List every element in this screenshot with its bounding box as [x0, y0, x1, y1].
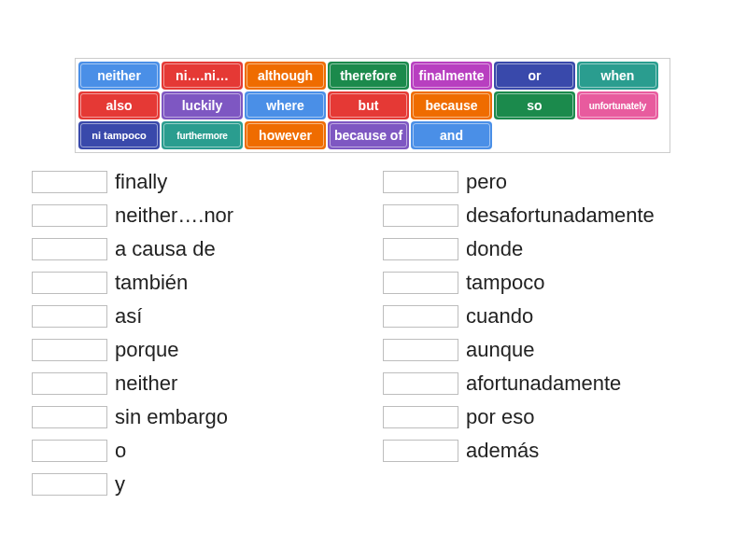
word-tile[interactable]: because	[411, 91, 492, 119]
word-tile[interactable]: also	[78, 91, 160, 119]
answer-row: así	[32, 302, 383, 330]
word-tile[interactable]: or	[494, 62, 575, 90]
drop-slot[interactable]	[383, 406, 458, 428]
answer-row: cuando	[383, 302, 734, 330]
word-tile[interactable]: neither	[78, 62, 160, 90]
word-tile[interactable]: however	[245, 121, 326, 149]
answer-label: porque	[115, 338, 179, 362]
answer-label: desafortunadamente	[466, 203, 655, 228]
answer-row: a causa de	[32, 235, 383, 263]
word-tile[interactable]: when	[577, 62, 658, 90]
answer-row: donde	[383, 235, 734, 263]
drop-slot[interactable]	[32, 272, 107, 294]
answer-label: neither	[115, 371, 177, 396]
answer-label: sin embargo	[115, 405, 228, 429]
word-tile[interactable]: although	[245, 62, 326, 90]
answer-row: neither	[32, 370, 383, 398]
answer-row: y	[32, 470, 383, 498]
answer-label: aunque	[466, 338, 534, 362]
word-tile[interactable]: luckily	[162, 91, 243, 119]
word-tile[interactable]: ni….ni…	[162, 62, 243, 90]
answer-label: donde	[466, 237, 523, 261]
answer-row: tampoco	[383, 269, 734, 297]
drop-slot[interactable]	[32, 305, 107, 328]
answers-column-left: finallyneither….nora causa detambiénasíp…	[32, 168, 383, 498]
drop-slot[interactable]	[383, 440, 458, 462]
drop-slot[interactable]	[383, 171, 458, 193]
drop-slot[interactable]	[32, 473, 107, 496]
word-tile[interactable]: therefore	[328, 62, 409, 90]
answer-row: afortunadamente	[383, 370, 734, 398]
drop-slot[interactable]	[32, 238, 107, 260]
drop-slot[interactable]	[383, 272, 458, 294]
word-tile[interactable]: ni tampoco	[78, 121, 160, 149]
answer-row: sin embargo	[32, 403, 383, 431]
answer-label: además	[466, 439, 539, 463]
word-tile[interactable]: because of	[328, 121, 409, 149]
answer-row: desafortunadamente	[383, 202, 734, 230]
word-tile[interactable]: unfortunately	[577, 91, 658, 119]
answer-label: o	[115, 439, 126, 463]
answer-row: aunque	[383, 336, 734, 364]
drop-slot[interactable]	[32, 372, 107, 395]
answer-row: también	[32, 269, 383, 297]
drop-slot[interactable]	[32, 204, 107, 227]
activity-stage: neitherni….ni…althoughthereforefinalment…	[0, 0, 747, 560]
word-tile[interactable]: and	[411, 121, 492, 149]
answer-label: así	[115, 304, 142, 329]
word-tile[interactable]: where	[245, 91, 326, 119]
answer-label: pero	[466, 170, 507, 194]
answer-row: además	[383, 437, 734, 465]
drop-slot[interactable]	[32, 440, 107, 462]
drop-slot[interactable]	[383, 339, 458, 361]
drop-slot[interactable]	[32, 171, 107, 193]
drop-slot[interactable]	[383, 305, 458, 328]
word-tile[interactable]: furthermore	[162, 121, 243, 149]
answer-row: neither….nor	[32, 202, 383, 230]
answer-label: cuando	[466, 304, 533, 329]
drop-slot[interactable]	[32, 339, 107, 361]
answer-row: pero	[383, 168, 734, 196]
answers-column-right: perodesafortunadamentedondetampococuando…	[383, 168, 734, 498]
tile-tray: neitherni….ni…althoughthereforefinalment…	[75, 58, 670, 153]
answers-area: finallyneither….nora causa detambiénasíp…	[32, 168, 734, 498]
answer-row: por eso	[383, 403, 734, 431]
answer-row: o	[32, 437, 383, 465]
answer-row: finally	[32, 168, 383, 196]
word-tile[interactable]: finalmente	[411, 62, 492, 90]
word-tile[interactable]: so	[494, 91, 575, 119]
answer-label: y	[115, 472, 125, 497]
answer-label: también	[115, 271, 188, 295]
answer-row: porque	[32, 336, 383, 364]
word-tile[interactable]: but	[328, 91, 409, 119]
answer-label: neither….nor	[115, 203, 233, 228]
drop-slot[interactable]	[383, 372, 458, 395]
drop-slot[interactable]	[32, 406, 107, 428]
answer-label: tampoco	[466, 271, 544, 295]
answer-label: por eso	[466, 405, 534, 429]
drop-slot[interactable]	[383, 204, 458, 227]
answer-label: finally	[115, 170, 167, 194]
answer-label: a causa de	[115, 237, 216, 261]
drop-slot[interactable]	[383, 238, 458, 260]
answer-label: afortunadamente	[466, 371, 621, 396]
